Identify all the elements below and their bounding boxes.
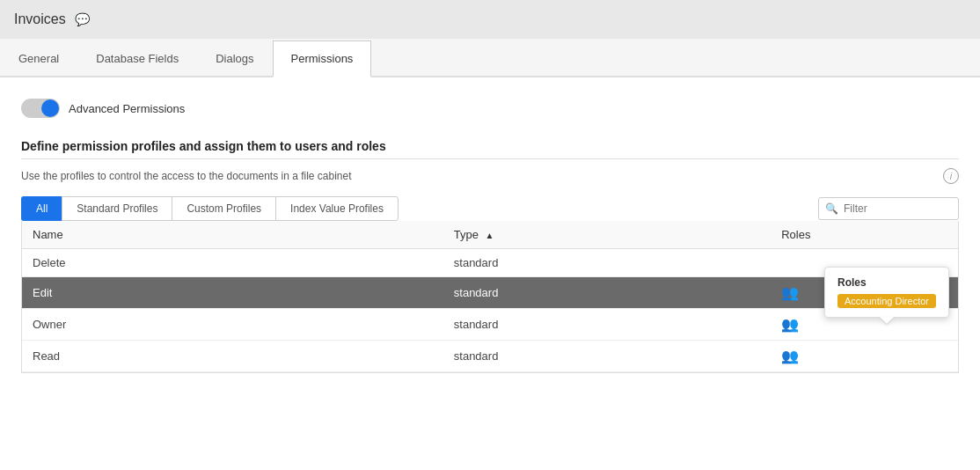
col-header-roles[interactable]: Roles [771, 221, 958, 249]
roles-people-icon: 👥 [781, 349, 799, 364]
profile-tabs-row: All Standard Profiles Custom Profiles In… [21, 196, 959, 221]
sort-arrow-type: ▲ [486, 231, 494, 240]
cell-name: Owner [22, 309, 443, 341]
tab-database-fields[interactable]: Database Fields [77, 40, 197, 77]
main-content: General Database Fields Dialogs Permissi… [0, 39, 980, 470]
section-divider [21, 158, 959, 159]
cell-name: Edit [22, 277, 443, 309]
roles-people-icon: 👥 [781, 317, 799, 332]
toggle-label: Advanced Permissions [69, 102, 185, 115]
col-header-name[interactable]: Name [22, 221, 443, 249]
toggle-row: Advanced Permissions [21, 99, 959, 118]
section-title: Define permission profiles and assign th… [21, 139, 959, 153]
filter-wrap: 🔍 [818, 197, 959, 220]
app-header: Invoices 💬 [0, 0, 980, 39]
table-wrap: Name Type ▲ Roles Delete [21, 221, 959, 373]
advanced-permissions-toggle[interactable] [21, 99, 60, 118]
table-row[interactable]: Owner standard 👥 [22, 309, 958, 341]
cell-name: Delete [22, 249, 443, 277]
filter-search-icon: 🔍 [825, 202, 838, 215]
profile-tabs: All Standard Profiles Custom Profiles In… [21, 196, 399, 221]
tooltip-badge: Accounting Director [837, 294, 936, 308]
toggle-knob [41, 99, 59, 117]
roles-people-icon: 👥 [781, 285, 799, 300]
section-desc: Use the profiles to control the access t… [21, 168, 959, 184]
info-icon[interactable]: i [943, 168, 959, 184]
col-header-type[interactable]: Type ▲ [443, 221, 771, 249]
tab-dialogs[interactable]: Dialogs [197, 40, 272, 77]
cell-type: standard [443, 249, 771, 277]
cell-roles: 👥 [771, 341, 958, 372]
filter-input[interactable] [818, 197, 959, 220]
profile-tab-index[interactable]: Index Value Profiles [275, 196, 399, 221]
table-row[interactable]: Read standard 👥 [22, 341, 958, 372]
table-row[interactable]: Delete standard [22, 249, 958, 277]
profile-tab-all[interactable]: All [21, 196, 62, 221]
profile-tab-standard[interactable]: Standard Profiles [62, 196, 172, 221]
table-header-row: Name Type ▲ Roles [22, 221, 958, 249]
comment-icon[interactable]: 💬 [75, 12, 90, 26]
content-area: Advanced Permissions Define permission p… [0, 77, 980, 470]
cell-name: Read [22, 341, 443, 372]
cell-type: standard [443, 309, 771, 341]
profile-tab-custom[interactable]: Custom Profiles [172, 196, 275, 221]
tooltip-title: Roles [837, 276, 936, 289]
permissions-table: Name Type ▲ Roles Delete [22, 221, 958, 372]
section-description-text: Use the profiles to control the access t… [21, 170, 352, 182]
table-row[interactable]: Edit standard 👥 [22, 277, 958, 309]
tab-general[interactable]: General [0, 40, 77, 77]
cell-type: standard [443, 341, 771, 372]
app-title: Invoices [14, 11, 66, 27]
cell-type: standard [443, 277, 771, 309]
tabs-bar: General Database Fields Dialogs Permissi… [0, 39, 980, 77]
roles-tooltip: Roles Accounting Director [824, 267, 949, 318]
tab-permissions[interactable]: Permissions [273, 40, 372, 77]
